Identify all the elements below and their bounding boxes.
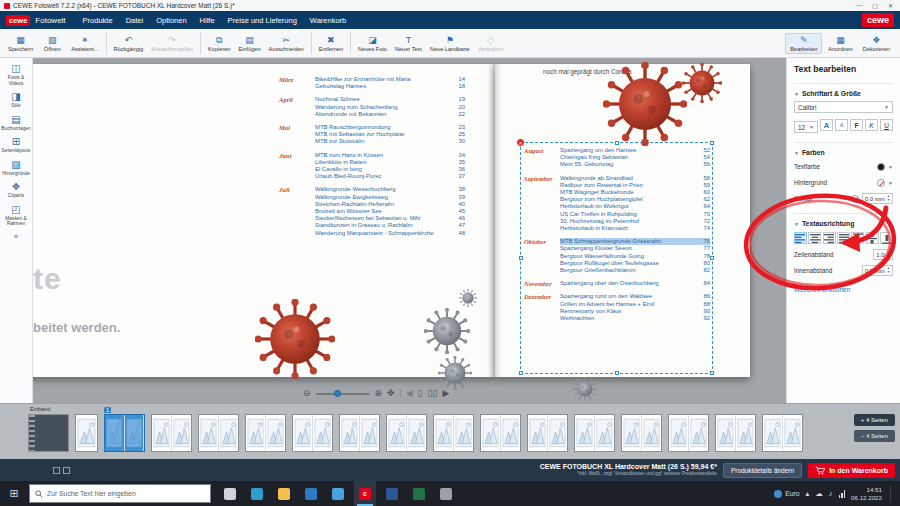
filmstrip-spread-thumbnail[interactable] — [339, 414, 380, 452]
filmstrip-spread-thumbnail[interactable] — [292, 414, 333, 452]
underline-button[interactable]: U — [880, 119, 893, 131]
selection-handle[interactable] — [710, 141, 714, 145]
color-swatch-black[interactable] — [877, 163, 885, 171]
excel-taskbar-button[interactable] — [408, 481, 430, 506]
sidebar-collapse-button[interactable]: « — [14, 232, 18, 241]
filmstrip-spread-thumbnail[interactable] — [151, 414, 192, 452]
task-view-taskbar-button[interactable] — [219, 481, 241, 506]
valign-top-icon[interactable] — [851, 232, 864, 244]
section-colors[interactable]: ▼ Farben — [794, 142, 893, 156]
close-icon[interactable]: ✕ — [888, 2, 893, 9]
view-option-icon[interactable] — [53, 467, 60, 474]
bold-button[interactable]: F — [850, 119, 863, 131]
photos-app-taskbar-button[interactable] — [327, 481, 349, 506]
menu-item-produkte[interactable]: Produkte — [83, 16, 113, 25]
valign-bottom-icon[interactable] — [880, 232, 893, 244]
fit-page-icon[interactable]: ✥ — [387, 389, 395, 398]
selected-text-box[interactable]: AugustSpaziergang um den Hartsee52Chiemg… — [520, 142, 713, 374]
chevron-down-icon[interactable]: ▼ — [888, 180, 893, 186]
outlook-taskbar-button[interactable] — [300, 481, 322, 506]
selection-handle[interactable] — [615, 371, 619, 375]
filmstrip-spread-thumbnail[interactable] — [668, 414, 709, 452]
spinner-arrows-icon[interactable]: ▲▼ — [887, 195, 890, 201]
filmstrip-spread-thumbnail[interactable] — [715, 414, 756, 452]
add-to-cart-button[interactable]: In den Warenkorb — [808, 463, 895, 478]
prev-page-button[interactable]: ◀ — [406, 389, 413, 398]
sidebar-item-cliparts[interactable]: ❖Cliparts — [0, 179, 32, 202]
font-size-select[interactable]: 12 ▼ — [794, 121, 818, 133]
sidebar-item-masken-rahmen[interactable]: ◰Masken & Rahmen — [0, 202, 32, 230]
menu-item-datei[interactable]: Datei — [126, 16, 144, 25]
align-center-icon[interactable] — [808, 232, 821, 244]
remove-pages-button[interactable]: − 4 Seiten — [854, 430, 895, 442]
taskbar-search-input[interactable]: Zur Suche Text hier eingeben — [29, 484, 211, 503]
valign-middle-icon[interactable] — [866, 232, 879, 244]
filmstrip-spread-thumbnail[interactable] — [621, 414, 662, 452]
menu-item-optionen[interactable]: Optionen — [156, 16, 186, 25]
sidebar-item-buchvorlagen[interactable]: ▤Buchvorlagen — [0, 112, 32, 135]
toolbar-button-ffnen[interactable]: ▧Öffnen — [37, 34, 67, 53]
file-explorer-taskbar-button[interactable] — [273, 481, 295, 506]
left-toc-text[interactable]: MärzBike&Hike zur Enzianhütte mit Maria1… — [279, 76, 465, 243]
view-option-icon[interactable] — [63, 467, 70, 474]
outline-width-spinner[interactable]: 0,0 mm▲▼ — [862, 193, 893, 204]
edge-browser-taskbar-button[interactable] — [246, 481, 268, 506]
zoom-in-icon[interactable]: ⊕ — [375, 389, 383, 398]
spread-view-icon[interactable]: ▯▯ — [428, 389, 438, 398]
align-justify-icon[interactable] — [837, 232, 850, 244]
mode-tab-bearbeiten[interactable]: ✎Bearbeiten — [785, 33, 822, 54]
toolbar-button-r-ckg-ngig[interactable]: ↶Rückgängig — [110, 34, 148, 53]
cewe-fotowelt-taskbar-button[interactable]: c — [354, 481, 376, 506]
color-swatch-none[interactable] — [851, 195, 859, 203]
toolbar-button-wiederherstellen[interactable]: ↷Wiederherstellen — [147, 34, 197, 53]
toolbar-button-entfernen[interactable]: ✖Entfernen — [315, 34, 347, 53]
mode-tab-dekorieren[interactable]: ❖Dekorieren — [859, 34, 894, 53]
zoom-slider[interactable] — [316, 393, 370, 395]
filmstrip-spread-thumbnail[interactable] — [527, 414, 568, 452]
sidebar-item-fotos-videos[interactable]: ◫Fotos & Videos — [0, 61, 32, 89]
filmstrip-current-spread-thumbnail[interactable]: 1 — [104, 414, 145, 452]
toolbar-button-neue-landkarte[interactable]: ⚑Neue Landkarte — [426, 34, 474, 53]
news-widget[interactable]: Euro — [774, 490, 799, 498]
tray-expand-icon[interactable]: ▴ — [806, 490, 810, 498]
minimize-icon[interactable]: — — [856, 2, 862, 9]
selection-handle[interactable] — [519, 371, 523, 375]
font-family-select[interactable]: Calibri ▼ — [794, 101, 893, 113]
increase-font-button[interactable]: A — [820, 119, 833, 131]
spinner-arrows-icon[interactable]: ▲▼ — [887, 267, 890, 273]
section-alignment[interactable]: ▼ Textausrichtung — [794, 213, 893, 227]
network-icon[interactable] — [839, 490, 846, 498]
toolbar-button-kopieren[interactable]: ⧉Kopieren — [204, 34, 234, 53]
filmstrip-spread-thumbnail[interactable] — [386, 414, 427, 452]
inner-padding-spinner[interactable]: 0,5 mm ▲▼ — [862, 265, 893, 276]
selection-handle[interactable] — [710, 256, 714, 260]
sidebar-item-stile[interactable]: ◨Stile — [0, 89, 32, 112]
italic-button[interactable]: K — [865, 119, 878, 131]
zoom-out-icon[interactable]: ⊖ — [303, 389, 311, 398]
add-pages-button[interactable]: + 4 Seiten — [854, 414, 895, 426]
start-button[interactable]: ⊞ — [3, 487, 25, 500]
selection-handle[interactable] — [710, 371, 714, 375]
delete-handle-icon[interactable]: ✕ — [516, 138, 525, 147]
toolbar-button-einf-gen[interactable]: ▤Einfügen — [235, 34, 265, 53]
toolbar-button-speichern[interactable]: ▦Speichern — [4, 34, 37, 53]
filmstrip-spread-thumbnail[interactable] — [198, 414, 239, 452]
single-page-view-icon[interactable]: ▯ — [418, 389, 423, 398]
settings-taskbar-button[interactable] — [435, 481, 457, 506]
onedrive-cloud-icon[interactable]: ☁ — [815, 490, 823, 498]
volume-icon[interactable]: ♪ — [829, 490, 833, 498]
decrease-font-button[interactable]: A — [835, 119, 848, 131]
toolbar-button-neuer-text[interactable]: TNeuer Text — [391, 34, 426, 53]
menu-item-preise-und-lieferung[interactable]: Preise und Lieferung — [228, 16, 297, 25]
toolbar-button-ver-ndern[interactable]: ◇Verändern — [474, 34, 508, 53]
filmstrip-cover-thumbnail[interactable] — [28, 414, 69, 452]
mode-tab-anordnen[interactable]: ▦Anordnen — [824, 34, 856, 53]
menu-item-warenkorb[interactable]: Warenkorb — [310, 16, 346, 25]
toolbar-button-ausschneiden[interactable]: ✂Ausschneiden — [265, 34, 308, 53]
sidebar-item-seitenlayouts[interactable]: ⊞Seitenlayouts — [0, 134, 32, 157]
filmstrip-page-thumbnail[interactable] — [75, 414, 98, 452]
selection-handle[interactable] — [519, 256, 523, 260]
zoom-slider-knob[interactable] — [334, 390, 341, 397]
sidebar-item-hintergr-nde[interactable]: ▨Hintergründe — [0, 157, 32, 180]
toolbar-button-assistent[interactable]: ✶Assistent... — [67, 34, 102, 53]
